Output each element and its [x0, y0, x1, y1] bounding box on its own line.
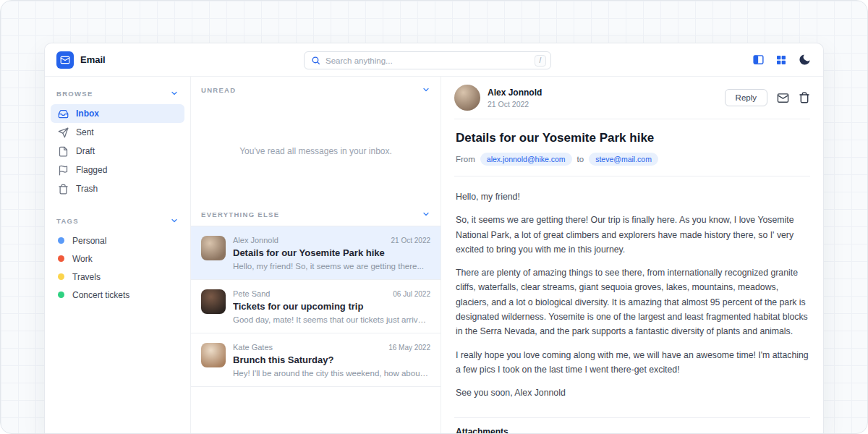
browse-section-header[interactable]: BROWSE [51, 81, 184, 104]
sidebar-item-label: Trash [76, 184, 98, 194]
to-email-chip[interactable]: steve@mail.com [589, 153, 658, 166]
email-date: 06 Jul 2022 [393, 290, 430, 298]
app-title: Email [80, 54, 106, 65]
flag-icon [58, 165, 69, 176]
from-to-row: From alex.jonnold@hike.com to steve@mail… [441, 153, 823, 176]
header-actions [752, 53, 812, 67]
search-input[interactable] [326, 56, 529, 65]
email-paragraph: See you soon, Alex Jonnold [456, 386, 809, 400]
mail-list-column: UNREAD You've read all messages in your … [191, 77, 441, 433]
chevron-down-icon[interactable] [422, 210, 430, 218]
email-paragraph: So, it seems we are getting there! Our t… [456, 213, 809, 257]
avatar [201, 343, 226, 367]
unread-section-header[interactable]: UNREAD [191, 77, 441, 101]
sidebar-item-label: Draft [76, 146, 95, 156]
reply-button[interactable]: Reply [725, 89, 767, 106]
email-subject: Tickets for our upcoming trip [233, 301, 430, 312]
tag-item-concert-tickets[interactable]: Concert tickets [51, 286, 184, 304]
email-item-content: Pete Sand 06 Jul 2022 Tickets for our up… [233, 289, 430, 324]
from-email-chip[interactable]: alex.jonnold@hike.com [480, 153, 572, 166]
email-list-item-3[interactable]: Kate Gates 16 May 2022 Brunch this Satur… [191, 333, 441, 387]
email-list-item-1[interactable]: Alex Jonnold 21 Oct 2022 Details for our… [191, 226, 441, 280]
reader-pane: Alex Jonnold 21 Oct 2022 Reply [441, 77, 823, 433]
email-sender: Alex Jonnold [233, 236, 278, 244]
sidebar: BROWSE Inbox Sent [45, 77, 191, 433]
app-logo-icon [56, 51, 74, 69]
email-paragraph: Hello, my friend! [456, 190, 809, 204]
delete-email-button[interactable] [799, 92, 810, 103]
app-header: Email / [45, 43, 823, 77]
email-body: Hello, my friend! So, it seems we are ge… [441, 176, 823, 417]
trash-icon [58, 184, 69, 195]
reader-date: 21 Oct 2022 [488, 100, 542, 109]
reader-header: Alex Jonnold 21 Oct 2022 Reply [441, 77, 823, 119]
unread-empty-message: You've read all messages in your inbox. [191, 101, 441, 201]
tag-label: Travels [72, 272, 101, 282]
inbox-icon [58, 109, 69, 119]
email-preview: Hello, my friend! So, it seems we are ge… [233, 262, 430, 271]
email-subject: Brunch this Saturday? [233, 354, 430, 365]
email-app-window: Email / [44, 43, 824, 433]
reader-sender-name: Alex Jonnold [488, 88, 542, 98]
reader-actions: Reply [725, 89, 810, 106]
everything-else-label: EVERYTHING ELSE [201, 210, 279, 218]
email-list-item-2[interactable]: Pete Sand 06 Jul 2022 Tickets for our up… [191, 280, 441, 333]
attachments-label: Attachments [441, 418, 823, 433]
chevron-down-icon[interactable] [422, 85, 430, 94]
sidebar-item-label: Flagged [76, 165, 107, 175]
tag-dot [58, 237, 64, 244]
sidebar-item-trash[interactable]: Trash [51, 179, 184, 198]
tag-label: Concert tickets [72, 290, 129, 300]
email-paragraph: I really hope you love coming along with… [456, 348, 809, 378]
chevron-down-icon[interactable] [170, 216, 179, 225]
tag-item-work[interactable]: Work [51, 250, 184, 268]
tag-item-travels[interactable]: Travels [51, 268, 184, 286]
tag-dot [58, 255, 64, 262]
tags-label: TAGS [56, 217, 79, 225]
sidebar-item-label: Inbox [76, 109, 99, 119]
app-body: BROWSE Inbox Sent [45, 77, 823, 433]
sent-icon [58, 127, 69, 138]
grid-view-button[interactable] [775, 54, 787, 66]
unread-label: UNREAD [201, 86, 236, 94]
search-shortcut-key: / [535, 55, 546, 67]
tag-dot [58, 273, 64, 280]
email-item-content: Alex Jonnold 21 Oct 2022 Details for our… [233, 236, 430, 271]
tag-label: Personal [72, 236, 106, 246]
sidebar-item-flagged[interactable]: Flagged [51, 161, 184, 179]
email-paragraph: There are plenty of amazing things to se… [456, 265, 809, 339]
layout-toggle-button[interactable] [752, 54, 765, 66]
email-date: 16 May 2022 [388, 344, 430, 352]
browse-label: BROWSE [56, 90, 93, 98]
avatar [201, 236, 226, 260]
email-subject: Details for our Yosemite Park hike [233, 247, 430, 258]
avatar [454, 85, 480, 111]
sidebar-item-draft[interactable]: Draft [51, 142, 184, 161]
sidebar-item-inbox[interactable]: Inbox [51, 104, 184, 123]
email-preview: Hey! I'll be around the city this weeken… [233, 369, 430, 378]
sidebar-item-label: Sent [76, 127, 94, 137]
email-date: 21 Oct 2022 [391, 237, 430, 244]
reader-subject-title: Details for our Yosemite Park hike [441, 119, 823, 153]
sidebar-item-sent[interactable]: Sent [51, 123, 184, 142]
to-label: to [577, 155, 584, 163]
everything-else-section-header[interactable]: EVERYTHING ELSE [191, 201, 441, 226]
draft-icon [58, 146, 69, 157]
chevron-down-icon[interactable] [170, 89, 179, 98]
search-box[interactable]: / [304, 51, 551, 69]
dark-mode-toggle-button[interactable] [798, 53, 812, 67]
email-item-content: Kate Gates 16 May 2022 Brunch this Satur… [233, 343, 430, 378]
avatar [201, 289, 226, 314]
mark-unread-button[interactable] [777, 92, 789, 104]
tags-section-header[interactable]: TAGS [51, 208, 184, 231]
tag-label: Work [72, 254, 93, 264]
page-background: Email / [0, 0, 868, 434]
search-icon [311, 56, 320, 65]
brand: Email [56, 51, 106, 69]
tag-item-personal[interactable]: Personal [51, 231, 184, 250]
email-preview: Good day, mate! It seems that our ticket… [233, 315, 430, 324]
from-label: From [456, 155, 475, 163]
email-sender: Pete Sand [233, 289, 270, 298]
email-sender: Kate Gates [233, 343, 273, 352]
tag-dot [58, 292, 64, 298]
